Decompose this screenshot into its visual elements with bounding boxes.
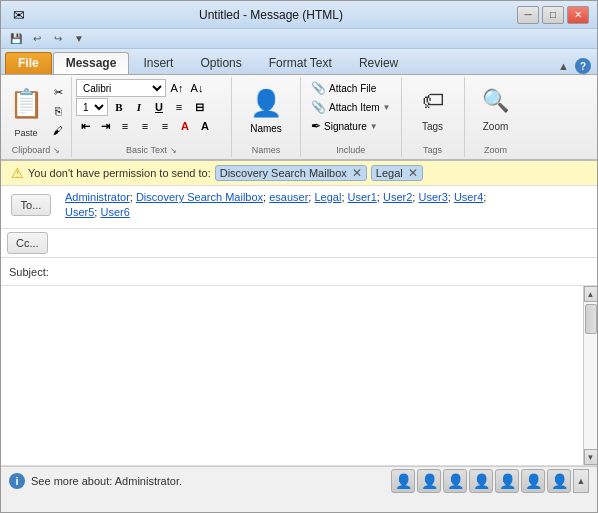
tags-icon: 🏷 <box>415 83 451 119</box>
to-user3[interactable]: User3 <box>418 191 447 203</box>
copy-button[interactable]: ⎘ <box>49 102 67 120</box>
to-user4[interactable]: User4 <box>454 191 483 203</box>
to-user6[interactable]: User6 <box>100 206 129 218</box>
italic-button[interactable]: I <box>130 98 148 116</box>
paste-button[interactable]: 📋 <box>5 79 47 127</box>
avatar-2[interactable]: 👤 <box>417 469 441 493</box>
cc-input[interactable] <box>54 235 597 251</box>
close-button[interactable]: ✕ <box>567 6 589 24</box>
status-expand-button[interactable]: ▲ <box>573 469 589 493</box>
bold-button[interactable]: B <box>110 98 128 116</box>
tags-button[interactable]: 🏷 Tags <box>410 79 456 139</box>
to-row: To... Administrator; Discovery Search Ma… <box>1 186 597 229</box>
signature-button[interactable]: ✒ Signature ▼ <box>307 117 395 135</box>
avatar-1[interactable]: 👤 <box>391 469 415 493</box>
ribbon-tabs: File Message Insert Options Format Text … <box>1 49 597 75</box>
avatar-6[interactable]: 👤 <box>521 469 545 493</box>
scroll-thumb[interactable] <box>585 304 597 334</box>
status-bar: i See more about: Administrator. 👤 👤 👤 👤… <box>1 466 597 494</box>
help-button[interactable]: ? <box>575 58 591 74</box>
warning-badge-1-close[interactable]: ✕ <box>352 166 362 180</box>
grow-font-button[interactable]: A↑ <box>168 79 186 97</box>
shrink-font-button[interactable]: A↓ <box>188 79 206 97</box>
format-painter-button[interactable]: 🖌 <box>49 121 67 139</box>
to-esauser[interactable]: esauser <box>269 191 308 203</box>
cc-row: Cc... <box>1 229 597 258</box>
paste-label: Paste <box>14 128 37 138</box>
email-body[interactable]: ▲ ▼ <box>1 286 597 466</box>
names-group: 👤 Names Names <box>232 77 301 157</box>
clipboard-expand-icon[interactable]: ↘ <box>53 146 60 155</box>
increase-indent-button[interactable]: ⇥ <box>96 117 114 135</box>
window-controls: ─ □ ✕ <box>517 6 589 24</box>
restore-button[interactable]: □ <box>542 6 564 24</box>
to-user2[interactable]: User2 <box>383 191 412 203</box>
numbering-button[interactable]: ⊟ <box>190 98 208 116</box>
cc-button[interactable]: Cc... <box>7 232 48 254</box>
zoom-button[interactable]: 🔍 Zoom <box>473 79 519 139</box>
title-bar: ✉ Untitled - Message (HTML) ─ □ ✕ <box>1 1 597 29</box>
attach-item-button[interactable]: 📎 Attach Item ▼ <box>307 98 395 116</box>
app-icon: ✉ <box>13 7 25 23</box>
paste-icon: 📋 <box>9 87 44 120</box>
scroll-down-button[interactable]: ▼ <box>584 449 598 465</box>
subject-row: Subject: <box>1 258 597 286</box>
qa-redo-button[interactable]: ↪ <box>49 31 67 47</box>
subject-input[interactable] <box>57 264 597 280</box>
tab-message[interactable]: Message <box>53 52 130 74</box>
ribbon-collapse-button[interactable]: ▲ <box>556 58 571 74</box>
qa-undo-button[interactable]: ↩ <box>28 31 46 47</box>
attach-file-button[interactable]: 📎 Attach File <box>307 79 395 97</box>
align-center-button[interactable]: ≡ <box>136 117 154 135</box>
font-color-button[interactable]: A <box>176 117 194 135</box>
warning-badge-1-text: Discovery Search Mailbox <box>220 167 347 179</box>
align-right-button[interactable]: ≡ <box>156 117 174 135</box>
basic-text-expand-icon[interactable]: ↘ <box>170 146 177 155</box>
tab-format-text[interactable]: Format Text <box>256 52 345 74</box>
clipboard-group: 📋 Paste ✂ ⎘ 🖌 Clipboard ↘ <box>1 77 72 157</box>
to-button[interactable]: To... <box>11 194 51 216</box>
bullets-button[interactable]: ≡ <box>170 98 188 116</box>
to-administrator[interactable]: Administrator <box>65 191 130 203</box>
to-user5[interactable]: User5 <box>65 206 94 218</box>
basic-text-group: Calibri A↑ A↓ 11 B I U ≡ ⊟ ⇤ ⇥ ≡ ≡ ≡ A A… <box>72 77 232 157</box>
names-button[interactable]: 👤 Names <box>240 79 292 138</box>
minimize-button[interactable]: ─ <box>517 6 539 24</box>
avatar-3[interactable]: 👤 <box>443 469 467 493</box>
qa-save-button[interactable]: 💾 <box>7 31 25 47</box>
highlight-button[interactable]: A <box>196 117 214 135</box>
scroll-up-button[interactable]: ▲ <box>584 286 598 302</box>
warning-bar: ⚠ You don't have permission to send to: … <box>1 161 597 186</box>
to-field[interactable]: Administrator; Discovery Search Mailbox;… <box>61 188 597 226</box>
warning-badge-2: Legal ✕ <box>371 165 423 181</box>
to-user1[interactable]: User1 <box>348 191 377 203</box>
qa-more-button[interactable]: ▼ <box>70 31 88 47</box>
tab-review[interactable]: Review <box>346 52 411 74</box>
tab-options[interactable]: Options <box>187 52 254 74</box>
avatar-5[interactable]: 👤 <box>495 469 519 493</box>
to-discovery[interactable]: Discovery Search Mailbox <box>136 191 263 203</box>
signature-icon: ✒ <box>311 119 321 133</box>
underline-button[interactable]: U <box>150 98 168 116</box>
to-legal[interactable]: Legal <box>314 191 341 203</box>
warning-badge-1: Discovery Search Mailbox ✕ <box>215 165 367 181</box>
status-text: See more about: Administrator. <box>31 475 182 487</box>
status-avatars: 👤 👤 👤 👤 👤 👤 👤 ▲ <box>391 469 589 493</box>
avatar-7[interactable]: 👤 <box>547 469 571 493</box>
attach-item-icon: 📎 <box>311 100 326 114</box>
decrease-indent-button[interactable]: ⇤ <box>76 117 94 135</box>
tab-file[interactable]: File <box>5 52 52 74</box>
attach-file-icon: 📎 <box>311 81 326 95</box>
include-buttons: 📎 Attach File 📎 Attach Item ▼ ✒ Signatur… <box>307 79 395 135</box>
avatar-4[interactable]: 👤 <box>469 469 493 493</box>
clipboard-group-label: Clipboard <box>12 145 51 155</box>
font-size-select[interactable]: 11 <box>76 98 108 116</box>
cut-button[interactable]: ✂ <box>49 83 67 101</box>
include-group-label: Include <box>336 145 365 155</box>
tab-insert[interactable]: Insert <box>130 52 186 74</box>
ribbon: 📋 Paste ✂ ⎘ 🖌 Clipboard ↘ Calibri A↑ A↓ <box>1 75 597 161</box>
font-select[interactable]: Calibri <box>76 79 166 97</box>
warning-badge-2-close[interactable]: ✕ <box>408 166 418 180</box>
tags-group-label: Tags <box>423 145 442 155</box>
align-left-button[interactable]: ≡ <box>116 117 134 135</box>
